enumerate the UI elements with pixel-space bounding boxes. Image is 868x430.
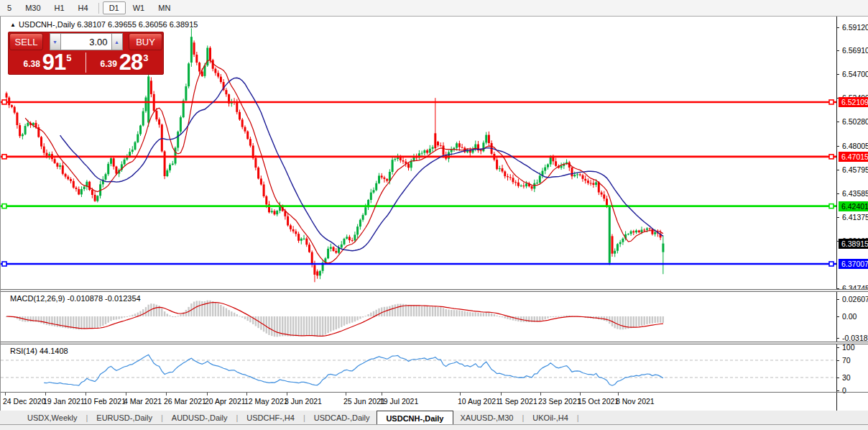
tab-audusd-daily[interactable]: AUDUSD-,Daily (165, 411, 235, 424)
tab-usdcad-daily[interactable]: USDCAD-,Daily (307, 411, 377, 424)
price-axis-label: 6.45795 (842, 165, 868, 174)
tab-divider: | (576, 411, 581, 424)
date-tick (501, 393, 502, 395)
chart-header: ▲USDCNH-,Daily 6.38107 6.39655 6.36056 6… (10, 20, 198, 29)
line-anchor-marker (2, 155, 6, 159)
line-anchor-marker (2, 204, 6, 209)
tab-divider: | (520, 411, 525, 424)
trade-panel-top-row: SELL ▼ ▲ BUY (9, 33, 162, 50)
date-tick (166, 393, 167, 395)
price-axis-label-tick (837, 50, 839, 51)
tab-eurusd-daily[interactable]: EURUSD-,Daily (89, 411, 160, 424)
panel-splitter[interactable] (1, 342, 868, 344)
volume-decrease-button[interactable]: ▼ (50, 33, 61, 50)
date-tick (382, 393, 382, 395)
line-anchor-marker (829, 155, 834, 159)
panel-splitter[interactable] (1, 289, 868, 292)
tab-usdcnh-daily[interactable]: USDCNH-,Daily (377, 411, 453, 424)
tab-usdchf-h4[interactable]: USDCHF-,H4 (239, 411, 302, 424)
tab-ukoil-h4[interactable]: UKOil-,H4 (525, 411, 576, 424)
buy-button[interactable]: BUY (129, 33, 162, 50)
price-axis-label-tick (837, 27, 839, 28)
date-axis-label: 8 Nov 2021 (616, 397, 655, 406)
ma-slow-line (60, 78, 663, 250)
date-tick (207, 393, 208, 395)
line-anchor-marker (829, 262, 834, 266)
timeframe-button-mn[interactable]: MN (152, 1, 177, 14)
macd-axis-label: 0.02607 (842, 295, 868, 303)
chart-window[interactable]: ▲USDCNH-,Daily 6.38107 6.39655 6.36056 6… (0, 17, 868, 411)
rsi-axis-label: 70 (842, 356, 851, 365)
status-bar (0, 426, 868, 430)
date-axis-label: 10 Aug 2021 (458, 397, 500, 406)
timeframe-toolbar: 5M30H1H4D1W1MN (0, 0, 868, 17)
tab-xauusd-m30[interactable]: XAUUSD-,M30 (453, 411, 521, 424)
timeframe-button-5[interactable]: 5 (1, 1, 18, 14)
price-line-label: 6.42401 (839, 201, 868, 211)
rsi-axis-label-tick (837, 347, 839, 348)
tab-usdx-weekly[interactable]: USDX,Weekly (20, 411, 84, 424)
trade-panel-price-row: 6.38915 6.39283 (9, 52, 162, 73)
price-axis-label: 6.54700 (842, 70, 868, 78)
rsi-indicator-label: RSI(14) 44.1408 (10, 347, 68, 355)
tab-divider: | (234, 411, 239, 424)
timeframe-button-d1[interactable]: D1 (103, 1, 126, 14)
rsi-chart[interactable] (1, 344, 836, 392)
date-tick (246, 393, 247, 395)
date-axis-label: 4 Mar 2021 (124, 397, 162, 406)
one-click-trading-panel: SELL ▼ ▲ BUY 6.38915 6.39283 (8, 32, 164, 75)
sell-button[interactable]: SELL (9, 33, 43, 50)
buy-price-digits: 28 (119, 52, 142, 72)
sell-price-digits: 91 (42, 52, 65, 72)
timeframe-button-w1[interactable]: W1 (126, 1, 152, 14)
date-axis-label: 1 Sep 2021 (499, 397, 537, 406)
sell-price-base: 6.38 (23, 59, 40, 69)
timeframe-button-h4[interactable]: H4 (72, 1, 95, 14)
date-axis-label: 20 Apr 2021 (205, 397, 246, 406)
buy-price-display[interactable]: 6.39283 (86, 52, 162, 73)
date-tick (45, 393, 46, 395)
chart-ohlc-values: 6.38107 6.39655 6.36056 6.38915 (77, 20, 198, 29)
price-line-label: 6.52109 (839, 97, 868, 107)
timeframe-button-m30[interactable]: M30 (19, 1, 47, 14)
volume-stepper: ▼ ▲ (50, 33, 123, 50)
line-anchor-marker (2, 262, 6, 266)
rsi-axis-label: 0 (842, 386, 846, 395)
date-axis-label: 26 Mar 2021 (164, 397, 206, 406)
price-line-label: 6.47015 (839, 152, 868, 162)
volume-input[interactable] (61, 33, 111, 50)
macd-histogram (6, 301, 664, 337)
price-axis-label-tick (837, 193, 839, 194)
price-axis-label: 6.56910 (842, 46, 868, 55)
buy-price-pip: 3 (143, 52, 148, 63)
arrow-up-icon: ▲ (114, 40, 119, 45)
price-axis[interactable]: 6.591206.569106.547006.524906.502806.480… (836, 17, 868, 411)
price-line-label: 6.37007 (839, 259, 868, 269)
macd-axis-label-tick (837, 316, 839, 317)
volume-increase-button[interactable]: ▲ (111, 33, 123, 50)
date-axis-label: 3 Jun 2021 (285, 397, 322, 406)
date-tick (86, 393, 86, 395)
date-tick (540, 393, 541, 395)
price-axis-label: 6.48005 (842, 142, 868, 150)
rsi-axis-label: 30 (842, 373, 851, 382)
timeframe-button-h1[interactable]: H1 (48, 1, 71, 14)
tab-divider: | (160, 411, 165, 424)
collapse-arrow-icon[interactable]: ▲ (10, 22, 16, 28)
rsi-axis-label-tick (837, 360, 839, 361)
time-axis[interactable]: 24 Dec 202019 Jan 202110 Feb 20214 Mar 2… (1, 393, 836, 411)
price-axis-label-tick (837, 170, 839, 170)
price-axis-label: 6.59120 (842, 23, 868, 32)
date-tick (346, 393, 346, 395)
line-anchor-marker (829, 100, 834, 104)
date-axis-label: 12 May 2021 (244, 397, 288, 406)
price-axis-label: 6.41375 (842, 213, 868, 221)
price-axis-label-tick (837, 122, 839, 122)
date-tick (618, 393, 619, 395)
sell-price-display[interactable]: 6.38915 (9, 52, 86, 73)
tab-divider: | (84, 411, 89, 424)
price-axis-label: 6.43585 (842, 189, 868, 198)
rsi-axis-label-tick (837, 390, 839, 391)
macd-indicator-label: MACD(12,26,9) -0.010878 -0.012354 (10, 294, 141, 303)
rsi-axis-label-tick (837, 378, 839, 378)
